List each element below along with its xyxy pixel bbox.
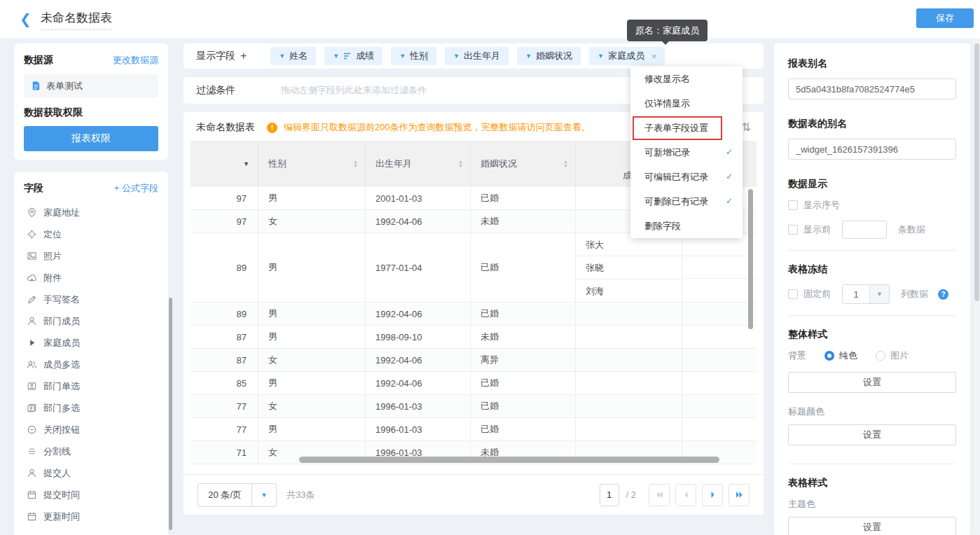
cell-gender: 女 bbox=[258, 210, 366, 232]
sort-toggle-icon[interactable]: ▲▼ bbox=[353, 160, 358, 168]
permission-title: 数据获取权限 bbox=[24, 106, 158, 119]
field-item-label: 手写签名 bbox=[43, 293, 80, 306]
chevron-down-icon[interactable]: ▼ bbox=[598, 53, 604, 60]
header-cell-score[interactable]: ▼ bbox=[191, 141, 258, 187]
field-chip[interactable]: ▼婚姻状况 bbox=[517, 47, 581, 65]
chevron-down-icon[interactable]: ▼ bbox=[453, 53, 460, 60]
cell-member-names bbox=[576, 326, 682, 348]
field-item[interactable]: 照片 bbox=[24, 245, 158, 267]
chevron-down-icon[interactable]: ▼ bbox=[279, 53, 285, 60]
field-item[interactable]: 定位 bbox=[24, 223, 158, 245]
menu-item[interactable]: 修改显示名 bbox=[630, 67, 743, 91]
solid-color-radio-option[interactable]: 纯色 bbox=[824, 349, 857, 362]
field-chip[interactable]: ▼成绩 bbox=[324, 47, 382, 65]
field-item[interactable]: 部门单选 bbox=[24, 375, 158, 397]
menu-item-label: 子表单字段设置 bbox=[644, 123, 708, 133]
field-item[interactable]: 部门成员 bbox=[24, 310, 158, 332]
field-item[interactable]: 关闭按钮 bbox=[24, 419, 158, 440]
add-formula-field-link[interactable]: + 公式字段 bbox=[114, 182, 158, 195]
image-radio-option[interactable]: 图片 bbox=[876, 349, 909, 362]
table-style-title: 表格样式 bbox=[788, 477, 956, 489]
radio-selected-icon[interactable] bbox=[824, 351, 834, 361]
field-item[interactable]: 提交人 bbox=[24, 462, 158, 484]
field-item[interactable]: 附件 bbox=[24, 267, 158, 289]
sort-toggle-icon[interactable]: ▲▼ bbox=[458, 160, 463, 168]
menu-item[interactable]: 删除字段 bbox=[630, 214, 743, 238]
freeze-count-select[interactable]: 1 ▼ bbox=[842, 284, 890, 304]
cell-member-extra bbox=[682, 233, 757, 302]
report-permission-button[interactable]: 报表权限 bbox=[24, 126, 158, 151]
change-datasource-link[interactable]: 更改数据源 bbox=[113, 54, 158, 67]
cell-marital: 已婚 bbox=[471, 303, 576, 325]
header-cell-marital[interactable]: 婚姻状况▲▼ bbox=[471, 141, 576, 187]
horizontal-scrollbar[interactable] bbox=[299, 457, 719, 463]
filter-dropzone-placeholder[interactable]: 拖动左侧字段到此处来添加过滤条件 bbox=[281, 84, 427, 97]
prev-page-button[interactable] bbox=[675, 484, 696, 506]
left-panel-scrollbar[interactable] bbox=[169, 298, 172, 530]
radio-unselected-icon[interactable] bbox=[876, 351, 885, 361]
back-icon[interactable]: ❮ bbox=[20, 11, 35, 27]
theme-color-label: 主题色 bbox=[788, 498, 956, 510]
sort-toggle-icon[interactable]: ▲▼ bbox=[563, 160, 568, 168]
field-chip[interactable]: ▼出生年月 bbox=[445, 47, 509, 65]
field-chip[interactable]: ▼家庭成员× bbox=[589, 47, 665, 65]
member-extra bbox=[682, 303, 757, 325]
chevron-down-icon[interactable]: ▼ bbox=[525, 53, 532, 60]
menu-item[interactable]: 仅详情显示 bbox=[630, 91, 743, 116]
overall-style-title: 整体样式 bbox=[788, 328, 956, 341]
table-alias-title: 数据表的别名 bbox=[788, 118, 956, 130]
field-item[interactable]: 成员多选 bbox=[24, 354, 158, 375]
row-limit-input[interactable] bbox=[842, 221, 887, 239]
field-chip[interactable]: ▼性别 bbox=[391, 47, 436, 65]
help-icon[interactable]: ? bbox=[938, 289, 948, 300]
header-cell-gender[interactable]: 性别▲▼ bbox=[258, 141, 366, 187]
field-chip-label: 出生年月 bbox=[464, 50, 500, 62]
field-item[interactable]: 手写签名 bbox=[24, 289, 158, 310]
column-sort-icon[interactable]: ⇅ bbox=[742, 120, 751, 134]
field-item[interactable]: 更新时间 bbox=[24, 506, 158, 527]
vertical-scrollbar[interactable] bbox=[748, 189, 753, 329]
report-alias-input[interactable] bbox=[788, 78, 956, 99]
locate-icon bbox=[27, 229, 37, 239]
menu-item-label: 可编辑已有记录 bbox=[644, 172, 708, 182]
window-scrollbar-track[interactable] bbox=[974, 39, 980, 535]
menu-item[interactable]: 子表单字段设置 bbox=[630, 116, 743, 140]
last-page-button[interactable] bbox=[729, 484, 750, 506]
first-page-button[interactable] bbox=[649, 484, 670, 506]
datasource-item[interactable]: 表单测试 bbox=[24, 74, 158, 97]
field-item[interactable]: 分割线 bbox=[24, 440, 158, 462]
current-page-input[interactable] bbox=[600, 484, 619, 506]
filter-caret-icon[interactable]: ▼ bbox=[243, 160, 249, 167]
show-first-checkbox[interactable] bbox=[788, 225, 798, 235]
save-button[interactable]: 保存 bbox=[916, 8, 974, 28]
menu-item[interactable]: 可新增记录✓ bbox=[630, 140, 743, 165]
add-field-icon[interactable]: + bbox=[240, 50, 247, 62]
member-extra bbox=[682, 349, 757, 371]
field-chip-label: 姓名 bbox=[289, 50, 308, 62]
table-alias-input[interactable] bbox=[788, 139, 956, 160]
field-item[interactable]: 提交时间 bbox=[24, 484, 158, 506]
window-scrollbar-thumb[interactable] bbox=[974, 43, 979, 301]
field-item[interactable]: 家庭成员 bbox=[24, 332, 158, 354]
field-chip[interactable]: ▼姓名 bbox=[270, 47, 316, 65]
menu-item[interactable]: 可编辑已有记录✓ bbox=[630, 165, 743, 189]
header-cell-birth[interactable]: 出生年月▲▼ bbox=[366, 141, 471, 187]
next-page-button[interactable] bbox=[702, 484, 723, 506]
freeze-checkbox[interactable] bbox=[788, 289, 798, 299]
field-item[interactable]: 家庭地址 bbox=[24, 202, 158, 223]
title-color-set-button[interactable]: 设置 bbox=[788, 424, 956, 445]
close-icon[interactable]: × bbox=[651, 51, 657, 62]
menu-item[interactable]: 可删除已有记录✓ bbox=[630, 189, 743, 214]
cell-member-names bbox=[576, 349, 682, 371]
chevron-down-icon[interactable]: ▼ bbox=[333, 53, 339, 60]
report-builder-page: ❮ 未命名数据表 保存 数据源 更改数据源 表单测试 数据获取权限 报表权限 字… bbox=[0, 0, 980, 535]
chevron-down-icon[interactable]: ▼ bbox=[399, 53, 406, 60]
show-index-checkbox[interactable] bbox=[788, 200, 798, 210]
background-set-button[interactable]: 设置 bbox=[788, 372, 956, 393]
page-size-select[interactable]: 20 条/页 ▼ bbox=[198, 483, 277, 507]
field-item[interactable]: 部门多选 bbox=[24, 397, 158, 419]
data-display-title: 数据显示 bbox=[788, 178, 956, 190]
member-name bbox=[576, 349, 682, 371]
cell-birth: 1996-01-03 bbox=[366, 395, 471, 417]
theme-color-set-button[interactable]: 设置 bbox=[788, 517, 956, 535]
